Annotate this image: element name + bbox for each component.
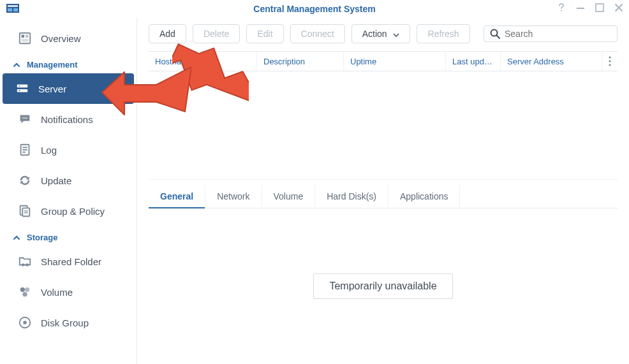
svg-point-38 xyxy=(609,64,610,66)
sidebar-item-label: Notifications xyxy=(41,114,93,125)
sidebar-item-notifications[interactable]: Notifications xyxy=(5,104,131,135)
sidebar-section-management[interactable]: Management xyxy=(0,54,137,73)
svg-point-29 xyxy=(20,288,25,292)
svg-point-13 xyxy=(19,85,20,87)
caret-down-icon xyxy=(393,29,399,39)
search-icon xyxy=(489,28,501,40)
sidebar-item-label: Group & Policy xyxy=(41,206,105,217)
tab-general[interactable]: General xyxy=(149,185,205,208)
add-button[interactable]: Add xyxy=(149,24,186,43)
svg-rect-23 xyxy=(22,208,29,216)
svg-point-14 xyxy=(19,90,20,91)
svg-rect-5 xyxy=(577,8,584,9)
title-bar: Central Management System xyxy=(0,0,629,18)
sidebar-item-server[interactable]: Server xyxy=(3,73,134,104)
sidebar-item-log[interactable]: Log xyxy=(5,135,131,165)
help-icon[interactable] xyxy=(556,3,566,13)
edit-button[interactable]: Edit xyxy=(246,24,283,43)
sidebar-item-label: Overview xyxy=(41,33,81,44)
shared-folder-icon xyxy=(18,254,32,268)
column-hostname[interactable]: Hostname xyxy=(149,52,257,71)
sidebar-item-label: Volume xyxy=(41,287,73,298)
svg-point-36 xyxy=(609,56,610,58)
sidebar-item-overview[interactable]: Overview xyxy=(5,23,131,54)
search-box[interactable] xyxy=(484,25,618,42)
maximize-icon[interactable] xyxy=(595,3,605,13)
action-button-label: Action xyxy=(362,29,387,39)
svg-point-37 xyxy=(609,60,610,62)
svg-rect-7 xyxy=(20,33,31,44)
svg-rect-11 xyxy=(17,85,28,88)
tab-volume[interactable]: Volume xyxy=(262,185,316,208)
svg-rect-8 xyxy=(22,35,25,38)
action-button[interactable]: Action xyxy=(352,24,411,43)
column-last-updated[interactable]: Last upd… xyxy=(446,52,501,71)
svg-point-15 xyxy=(22,117,24,119)
sidebar-section-label: Management xyxy=(27,60,77,69)
sidebar-item-shared-folder[interactable]: Shared Folder xyxy=(5,246,131,277)
svg-rect-9 xyxy=(26,35,29,38)
sidebar-section-label: Storage xyxy=(27,233,57,242)
refresh-button[interactable]: Refresh xyxy=(417,24,470,43)
search-input[interactable] xyxy=(505,29,612,39)
sidebar-item-disk-group[interactable]: Disk Group xyxy=(5,307,131,338)
column-uptime[interactable]: Uptime xyxy=(344,52,446,71)
toolbar: Add Delete Edit Connect Action Refresh xyxy=(149,18,618,51)
sidebar-section-storage[interactable]: Storage xyxy=(0,226,137,246)
svg-point-31 xyxy=(22,292,27,296)
detail-placeholder: Temporarily unavailable xyxy=(313,273,452,299)
column-server-address[interactable]: Server Address xyxy=(501,52,602,71)
sidebar-item-label: Log xyxy=(41,145,57,156)
sidebar-item-label: Update xyxy=(41,175,71,186)
notifications-icon xyxy=(18,112,32,126)
svg-point-16 xyxy=(24,117,26,119)
connect-button[interactable]: Connect xyxy=(290,24,345,43)
delete-button[interactable]: Delete xyxy=(193,24,240,43)
log-icon xyxy=(18,143,32,157)
group-policy-icon xyxy=(18,204,32,218)
minimize-icon[interactable] xyxy=(575,3,586,13)
update-icon xyxy=(18,173,32,187)
svg-line-35 xyxy=(497,36,500,39)
svg-rect-6 xyxy=(596,4,603,11)
chevron-up-icon xyxy=(13,234,20,242)
detail-tabs: General Network Volume Hard Disk(s) Appl… xyxy=(149,185,618,208)
svg-point-33 xyxy=(23,321,27,324)
svg-rect-10 xyxy=(22,39,29,42)
tab-applications[interactable]: Applications xyxy=(389,185,461,208)
svg-point-4 xyxy=(561,10,562,11)
column-options-button[interactable] xyxy=(602,52,618,71)
tab-hard-disks[interactable]: Hard Disk(s) xyxy=(315,185,389,208)
svg-rect-12 xyxy=(17,89,28,92)
server-table-body xyxy=(149,71,618,180)
window-title: Central Management System xyxy=(0,4,629,14)
sidebar-item-volume[interactable]: Volume xyxy=(5,277,131,307)
tab-network[interactable]: Network xyxy=(205,185,262,208)
volume-icon xyxy=(18,285,32,299)
sidebar-item-label: Shared Folder xyxy=(41,256,101,267)
server-table-header: Hostname Description Uptime Last upd… Se… xyxy=(149,51,618,71)
detail-panel: Temporarily unavailable xyxy=(149,208,618,364)
sidebar: Overview Management Server Notifications xyxy=(0,18,137,364)
close-icon[interactable] xyxy=(614,3,624,13)
svg-point-17 xyxy=(26,117,27,119)
server-icon xyxy=(15,82,29,96)
svg-point-30 xyxy=(25,288,29,292)
sidebar-item-update[interactable]: Update xyxy=(5,165,131,196)
chevron-up-icon xyxy=(13,61,20,69)
main-panel: Add Delete Edit Connect Action Refresh H… xyxy=(137,18,629,364)
sidebar-item-group-policy[interactable]: Group & Policy xyxy=(5,196,131,226)
sidebar-item-label: Disk Group xyxy=(41,317,89,328)
sidebar-item-label: Server xyxy=(38,84,66,94)
disk-group-icon xyxy=(18,316,32,330)
column-description[interactable]: Description xyxy=(257,52,344,71)
overview-icon xyxy=(18,31,32,45)
